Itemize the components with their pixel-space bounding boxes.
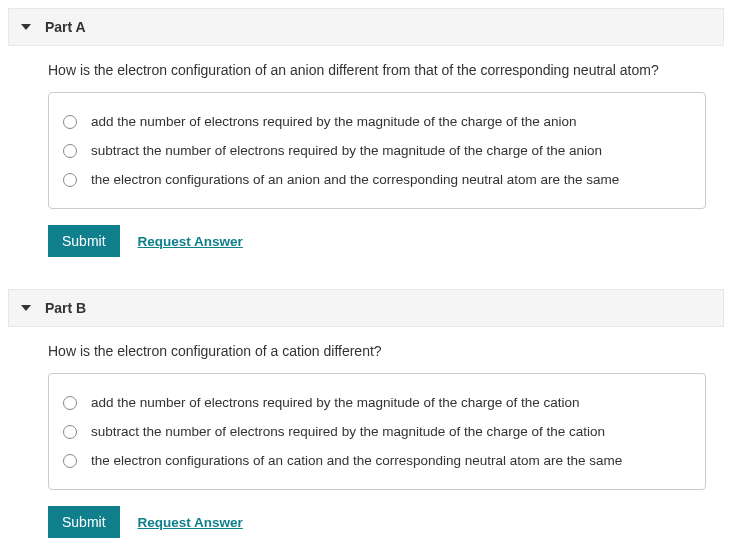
radio-icon[interactable] <box>63 454 77 468</box>
part-b-question: How is the electron configuration of a c… <box>48 343 706 359</box>
option-row[interactable]: subtract the number of electrons require… <box>63 136 691 165</box>
part-b: Part B How is the electron configuration… <box>8 289 724 546</box>
part-a-title: Part A <box>45 19 86 35</box>
option-label: the electron configurations of an anion … <box>91 172 619 187</box>
option-label: subtract the number of electrons require… <box>91 424 605 439</box>
request-answer-link[interactable]: Request Answer <box>138 515 243 530</box>
option-row[interactable]: subtract the number of electrons require… <box>63 417 691 446</box>
radio-icon[interactable] <box>63 144 77 158</box>
option-row[interactable]: add the number of electrons required by … <box>63 388 691 417</box>
option-label: add the number of electrons required by … <box>91 114 577 129</box>
radio-icon[interactable] <box>63 396 77 410</box>
part-a-header[interactable]: Part A <box>8 8 724 46</box>
caret-down-icon <box>21 24 31 30</box>
option-label: subtract the number of electrons require… <box>91 143 602 158</box>
option-row[interactable]: the electron configurations of an cation… <box>63 446 691 475</box>
radio-icon[interactable] <box>63 115 77 129</box>
part-b-options: add the number of electrons required by … <box>48 373 706 490</box>
radio-icon[interactable] <box>63 173 77 187</box>
part-a-options: add the number of electrons required by … <box>48 92 706 209</box>
part-a-actions: Submit Request Answer <box>48 225 706 257</box>
part-a: Part A How is the electron configuration… <box>8 8 724 265</box>
option-label: the electron configurations of an cation… <box>91 453 622 468</box>
option-row[interactable]: add the number of electrons required by … <box>63 107 691 136</box>
part-b-actions: Submit Request Answer <box>48 506 706 538</box>
part-a-body: How is the electron configuration of an … <box>8 46 724 265</box>
request-answer-link[interactable]: Request Answer <box>138 234 243 249</box>
radio-icon[interactable] <box>63 425 77 439</box>
part-b-title: Part B <box>45 300 86 316</box>
part-b-body: How is the electron configuration of a c… <box>8 327 724 546</box>
option-label: add the number of electrons required by … <box>91 395 580 410</box>
submit-button[interactable]: Submit <box>48 506 120 538</box>
caret-down-icon <box>21 305 31 311</box>
part-b-header[interactable]: Part B <box>8 289 724 327</box>
submit-button[interactable]: Submit <box>48 225 120 257</box>
option-row[interactable]: the electron configurations of an anion … <box>63 165 691 194</box>
part-a-question: How is the electron configuration of an … <box>48 62 706 78</box>
